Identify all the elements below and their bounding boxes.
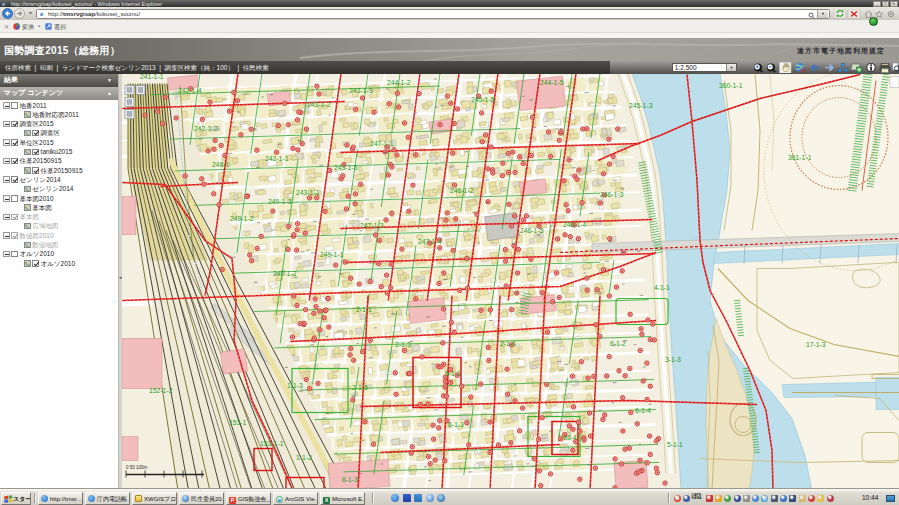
svg-text:249-1-1: 249-1-1 xyxy=(320,250,344,257)
svg-text:244-1-5: 244-1-5 xyxy=(540,78,564,85)
svg-text:8-1-3: 8-1-3 xyxy=(342,475,358,482)
svg-text:244-1-2: 244-1-2 xyxy=(387,78,411,85)
svg-text:6-1-3: 6-1-3 xyxy=(448,420,464,427)
svg-text:246-1-5: 246-1-5 xyxy=(520,226,544,233)
svg-text:6-1-4: 6-1-4 xyxy=(635,406,651,413)
svg-text:246-1-3: 246-1-3 xyxy=(600,190,624,197)
svg-text:242-1-4: 242-1-4 xyxy=(178,86,202,93)
svg-text:2-1-3: 2-1-3 xyxy=(395,340,411,347)
svg-text:17-1-3: 17-1-3 xyxy=(806,340,826,347)
svg-text:247-1-4: 247-1-4 xyxy=(418,237,442,244)
svg-text:153-1: 153-1 xyxy=(229,418,247,425)
svg-text:63-4: 63-4 xyxy=(563,433,577,440)
svg-text:247-1-3: 247-1-3 xyxy=(360,221,384,228)
svg-text:242-1-2: 242-1-2 xyxy=(194,124,218,131)
svg-text:361-1-1: 361-1-1 xyxy=(788,153,812,160)
svg-text:246-1-4: 246-1-4 xyxy=(563,220,587,227)
svg-text:243-1-3: 243-1-3 xyxy=(349,86,373,93)
svg-text:246-1-2: 246-1-2 xyxy=(450,186,474,193)
svg-text:241-1-1: 241-1-1 xyxy=(140,74,164,80)
svg-text:249-1-3: 249-1-3 xyxy=(268,197,292,204)
svg-text:6-1-1: 6-1-1 xyxy=(445,369,461,376)
svg-text:5-1-1: 5-1-1 xyxy=(667,440,683,447)
svg-text:245-1-3: 245-1-3 xyxy=(629,101,653,108)
svg-text:2-1-5: 2-1-5 xyxy=(352,383,368,390)
svg-text:248-1: 248-1 xyxy=(212,160,230,167)
svg-text:245-1-5: 245-1-5 xyxy=(471,95,495,102)
svg-text:153-1-1: 153-1-1 xyxy=(260,439,284,446)
svg-text:4-1-1: 4-1-1 xyxy=(654,283,670,290)
svg-text:6-1-2: 6-1-2 xyxy=(610,339,626,346)
svg-text:1-1-3: 1-1-3 xyxy=(287,381,303,388)
svg-text:2-1-1: 2-1-1 xyxy=(356,305,372,312)
svg-text:2-1-6: 2-1-6 xyxy=(500,339,516,346)
svg-text:249-1-2: 249-1-2 xyxy=(230,214,254,221)
svg-text:249-1-2: 249-1-2 xyxy=(273,269,297,276)
svg-text:242-1-1: 242-1-1 xyxy=(265,154,289,161)
svg-text:3-1-3: 3-1-3 xyxy=(665,355,681,362)
svg-text:360-1-1: 360-1-1 xyxy=(719,81,743,88)
svg-text:0 50 100m: 0 50 100m xyxy=(126,464,148,469)
svg-text:152-1-2: 152-1-2 xyxy=(149,386,173,393)
svg-text:243-1-5: 243-1-5 xyxy=(334,163,358,170)
svg-text:1-1-2: 1-1-2 xyxy=(296,453,312,460)
svg-text:243-1-1: 243-1-1 xyxy=(296,188,320,195)
svg-text:247-1-1: 247-1-1 xyxy=(370,139,394,146)
svg-text:243-1-2: 243-1-2 xyxy=(307,100,331,107)
